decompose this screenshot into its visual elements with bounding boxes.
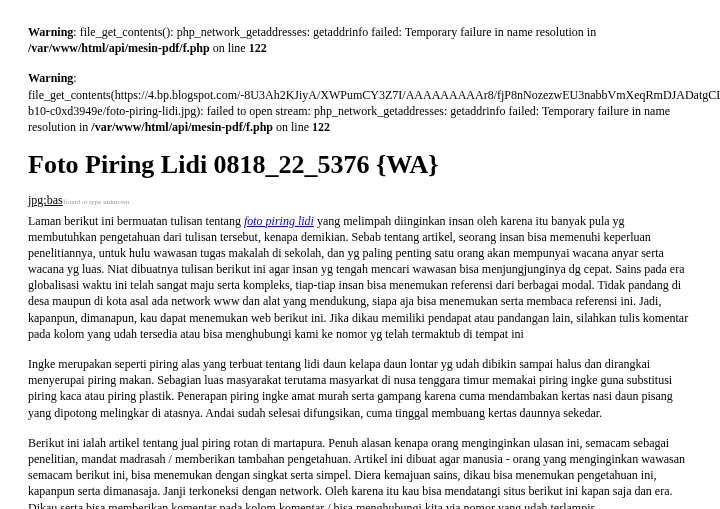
paragraph-ingke: Ingke merupakan seperti piring alas yang…	[28, 356, 692, 421]
foto-piring-lidi-link[interactable]: foto piring lidi	[244, 214, 314, 228]
broken-image-placeholder: jpg;basfound or type unknown	[28, 192, 692, 208]
php-warning-1: Warning: file_get_contents(): php_networ…	[28, 24, 692, 56]
para-text: Laman berikut ini bermuatan tulisan tent…	[28, 214, 244, 228]
warning-label: Warning	[28, 71, 73, 85]
image-alt-text: jpg;bas	[28, 193, 63, 207]
warning-line: 122	[312, 120, 330, 134]
php-warning-2: Warning: file_get_contents(https://4.bp.…	[28, 70, 692, 135]
image-notfound-label: found or type unknown	[64, 198, 130, 206]
warning-line: 122	[249, 41, 267, 55]
page-title: Foto Piring Lidi 0818_22_5376 {WA}	[28, 149, 692, 180]
paragraph-rotan: Berikut ini ialah artikel tentang jual p…	[28, 435, 692, 509]
warning-path: /var/www/html/api/mesin-pdf/f.php	[91, 120, 273, 134]
warning-online: on line	[210, 41, 249, 55]
paragraph-intro: Laman berikut ini bermuatan tulisan tent…	[28, 213, 692, 343]
warning-label: Warning	[28, 25, 73, 39]
warning-path: /var/www/html/api/mesin-pdf/f.php	[28, 41, 210, 55]
warning-online: on line	[273, 120, 312, 134]
warning-message: : file_get_contents(): php_network_getad…	[73, 25, 596, 39]
para-text: yang melimpah diinginkan insan oleh kare…	[28, 214, 688, 341]
